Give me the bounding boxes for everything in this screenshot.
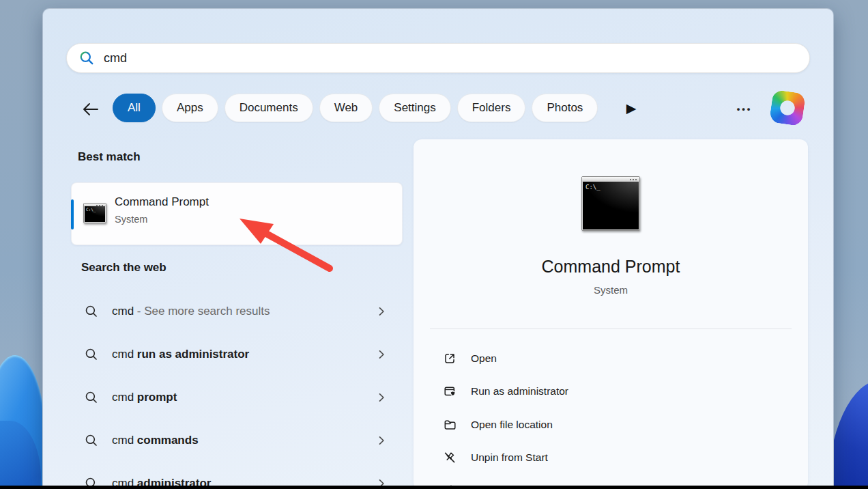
action-unpin-from-start[interactable]: Unpin from Start xyxy=(430,443,792,473)
search-icon xyxy=(85,305,98,318)
preview-title: Command Prompt xyxy=(414,257,808,277)
filter-tab-photos[interactable]: Photos xyxy=(532,94,598,122)
divider xyxy=(430,329,792,329)
search-icon xyxy=(85,348,98,361)
more-filters-expand-icon[interactable]: ▶ xyxy=(622,98,641,117)
filter-tab-settings[interactable]: Settings xyxy=(379,94,450,122)
web-suggestion-row[interactable]: cmd commands xyxy=(78,427,393,454)
best-match-result-command-prompt[interactable]: C:\_ Command Prompt System xyxy=(71,182,403,245)
search-the-web-header: Search the web xyxy=(81,261,167,275)
search-icon xyxy=(79,51,94,66)
filter-tab-web[interactable]: Web xyxy=(319,94,373,122)
chevron-right-icon[interactable] xyxy=(375,434,388,447)
action-open-file-location[interactable]: Open file location xyxy=(430,410,792,440)
screen: cmd All Apps Documents Web Settings Fold… xyxy=(0,0,868,489)
filter-tab-documents[interactable]: Documents xyxy=(225,94,313,122)
result-subtitle: System xyxy=(115,214,147,225)
preview-subtitle: System xyxy=(414,284,808,296)
wallpaper-bloom-left xyxy=(0,355,46,489)
filter-tab-all[interactable]: All xyxy=(113,94,156,122)
result-title: Command Prompt xyxy=(115,195,209,209)
chevron-right-icon[interactable] xyxy=(375,391,388,404)
windows-search-panel: cmd All Apps Documents Web Settings Fold… xyxy=(42,8,834,489)
suggestion-text: cmd prompt xyxy=(112,384,177,411)
search-bar[interactable]: cmd xyxy=(66,43,810,73)
search-icon xyxy=(85,391,98,404)
best-match-header: Best match xyxy=(78,150,141,164)
web-suggestion-row[interactable]: cmd prompt xyxy=(78,384,393,411)
web-suggestion-row[interactable]: cmd - See more search results xyxy=(78,298,393,325)
filter-tab-folders[interactable]: Folders xyxy=(457,94,526,122)
filter-pills: All Apps Documents Web Settings Folders … xyxy=(113,94,598,122)
search-icon xyxy=(85,434,98,447)
command-prompt-icon-large: C:\_ xyxy=(581,176,640,231)
command-prompt-icon: C:\_ xyxy=(83,203,106,223)
suggestion-text: cmd - See more search results xyxy=(112,298,270,325)
action-open[interactable]: Open xyxy=(430,344,792,374)
action-run-as-administrator[interactable]: Run as administrator xyxy=(430,376,792,406)
filter-row: All Apps Documents Web Settings Folders … xyxy=(43,94,834,125)
unpin-icon xyxy=(443,451,457,464)
screen-bottom-edge xyxy=(0,486,868,489)
suggestion-text: cmd run as administrator xyxy=(112,341,249,368)
chevron-right-icon[interactable] xyxy=(375,348,388,361)
more-options-icon[interactable]: ••• xyxy=(731,95,758,122)
filter-tab-apps[interactable]: Apps xyxy=(162,94,218,122)
chevron-right-icon[interactable] xyxy=(375,305,388,318)
run-as-admin-shield-icon xyxy=(443,385,457,398)
web-suggestion-row[interactable]: cmd run as administrator xyxy=(78,341,393,368)
open-icon xyxy=(443,352,457,365)
selection-accent-bar xyxy=(71,199,74,229)
search-input[interactable]: cmd xyxy=(104,51,127,66)
folder-icon xyxy=(443,418,457,432)
suggestion-text: cmd commands xyxy=(112,427,199,454)
copilot-icon[interactable] xyxy=(769,89,806,126)
back-arrow-button[interactable] xyxy=(81,100,100,119)
preview-panel: C:\_ Command Prompt System Open Run as a… xyxy=(414,139,808,489)
